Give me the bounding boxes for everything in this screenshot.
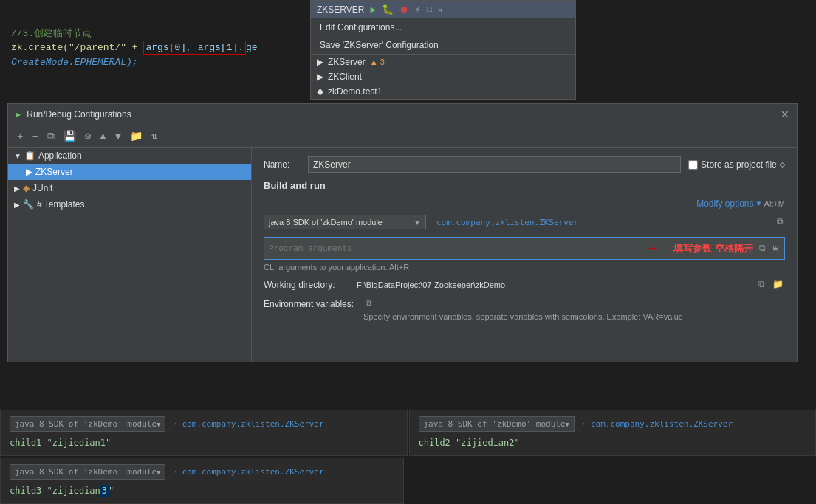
left-tree-panel: ▼ 📋 Application ▶ ZKServer ▶ ◆ JUnit ▶ 🔧… bbox=[8, 148, 252, 362]
sort-button[interactable]: ⇅ bbox=[148, 128, 160, 144]
dialog-toolbar: + − ⧉ 💾 ⚙ ▲ ▼ 📁 ⇅ bbox=[8, 125, 797, 148]
name-input[interactable] bbox=[308, 156, 681, 173]
bottom-chevron-icon-3: ▼ bbox=[157, 469, 160, 476]
add-config-button[interactable]: + bbox=[14, 129, 26, 144]
save-configuration-item[interactable]: Save 'ZKServer' Configuration bbox=[311, 36, 575, 55]
bottom-panel-3: java 8 SDK of 'zkDemo' module ▼ → com.co… bbox=[0, 458, 404, 504]
save-config-button[interactable]: 💾 bbox=[61, 128, 79, 144]
zkdemo-test1-item[interactable]: ◆ zkDemo.test1 bbox=[311, 84, 575, 99]
junit-icon: ◆ bbox=[23, 183, 30, 193]
bottom-class-3: com.company.zklisten.ZKServer bbox=[182, 467, 324, 477]
bottom-arrow-icon-2: → bbox=[580, 420, 585, 428]
copy-env-button[interactable]: ⧉ bbox=[364, 297, 374, 311]
tree-item-junit[interactable]: ▶ ◆ JUnit bbox=[8, 180, 251, 196]
modify-options-shortcut: Alt+M bbox=[764, 199, 785, 208]
working-dir-label: Working directory: bbox=[264, 280, 352, 290]
name-row: Name: Store as project file ⚙ bbox=[264, 156, 785, 173]
expand-btn[interactable]: □ bbox=[427, 5, 432, 14]
profile-icon[interactable]: ⚡ bbox=[415, 4, 421, 15]
sdk-chevron-icon: ▼ bbox=[414, 218, 421, 227]
working-dir-row: Working directory: F:\BigDataProject\07-… bbox=[264, 277, 785, 291]
bottom-row-2: java 8 SDK of 'zkDemo' module ▼ → com.co… bbox=[0, 458, 816, 504]
application-icon: 📋 bbox=[24, 151, 35, 161]
close-icon[interactable]: ✕ bbox=[781, 108, 789, 120]
run-debug-dropdown: ZKSERVER ▶ 🐛 ⏺ ⚡ □ ✕ Edit Configurations… bbox=[310, 0, 576, 100]
debug-icon[interactable]: 🐛 bbox=[382, 4, 394, 15]
bottom-class-2: com.company.zklisten.ZKServer bbox=[591, 419, 733, 429]
server-name-label: ZKSERVER bbox=[317, 4, 364, 15]
play-icon[interactable]: ▶ bbox=[370, 4, 376, 15]
app-icon: ▶ bbox=[317, 57, 323, 67]
junit-arrow-icon: ▶ bbox=[14, 184, 20, 193]
class-value: com.company.zklisten.ZKServer bbox=[432, 215, 769, 229]
application-label: Application bbox=[38, 151, 82, 161]
top-section: //3.创建临时节点 zk.create("/parent/" + args[0… bbox=[0, 0, 816, 96]
env-hint: Specify environment variables, separate … bbox=[264, 312, 785, 321]
dialog-title: Run/Debug Configurations bbox=[27, 109, 775, 120]
program-args-input[interactable] bbox=[269, 244, 644, 253]
dialog-titlebar: ▶ Run/Debug Configurations ✕ bbox=[8, 104, 797, 125]
code-args-highlight: args[0], args[1]. bbox=[143, 41, 246, 55]
copy-config-button[interactable]: ⧉ bbox=[44, 129, 58, 144]
program-args-row[interactable]: → → 填写参数 空格隔开 ⧉ ⊞ bbox=[264, 237, 785, 260]
zkserver-label: ZKServer bbox=[35, 167, 73, 177]
sdk-dropdown[interactable]: java 8 SDK of 'zkDemo' module ▼ bbox=[264, 215, 426, 229]
move-down-button[interactable]: ▼ bbox=[112, 129, 124, 144]
dropdown-header: ZKSERVER ▶ 🐛 ⏺ ⚡ □ ✕ bbox=[311, 1, 575, 18]
zkclient-item[interactable]: ▶ ZKClient bbox=[311, 69, 575, 84]
folder-button[interactable]: 📁 bbox=[127, 128, 145, 144]
remove-config-button[interactable]: − bbox=[29, 129, 41, 144]
arrow-icon: → bbox=[648, 240, 657, 257]
gear-icon[interactable]: ⚙ bbox=[780, 159, 785, 170]
build-run-title: Build and run bbox=[264, 180, 785, 191]
bottom-sdk-label-3: java 8 SDK of 'zkDemo' module bbox=[15, 467, 157, 477]
browse-dir-button[interactable]: 📁 bbox=[771, 277, 785, 291]
code-suffix: ge bbox=[246, 42, 258, 53]
templates-arrow-icon: ▶ bbox=[14, 201, 20, 209]
tree-item-application[interactable]: ▼ 📋 Application bbox=[8, 148, 251, 164]
env-label: Environment variables: bbox=[264, 299, 360, 309]
name-label: Name: bbox=[264, 159, 301, 170]
bottom-sdk-dropdown-2[interactable]: java 8 SDK of 'zkDemo' module ▼ bbox=[419, 416, 575, 432]
bottom-arrow-icon-1: → bbox=[171, 420, 176, 428]
zkserver-icon: ▶ bbox=[26, 167, 32, 177]
dialog-body: ▼ 📋 Application ▶ ZKServer ▶ ◆ JUnit ▶ 🔧… bbox=[8, 148, 797, 362]
settings-button[interactable]: ⚙ bbox=[82, 128, 94, 144]
bottom-panel-1: java 8 SDK of 'zkDemo' module ▼ → com.co… bbox=[0, 410, 408, 456]
bottom-args-3: child3 "zijiedian3" bbox=[10, 484, 394, 497]
close-btn[interactable]: ✕ bbox=[438, 5, 443, 15]
expand-arrow-icon: ▼ bbox=[14, 152, 21, 160]
record-icon[interactable]: ⏺ bbox=[400, 4, 409, 15]
bottom-sdk-dropdown-3[interactable]: java 8 SDK of 'zkDemo' module ▼ bbox=[10, 464, 165, 480]
edit-configurations-item[interactable]: Edit Configurations... bbox=[311, 18, 575, 36]
modify-options-row: Modify options ▼ Alt+M bbox=[264, 199, 785, 209]
bottom-class-1: com.company.zklisten.ZKServer bbox=[182, 419, 324, 429]
expand-args-button[interactable]: ⊞ bbox=[772, 241, 780, 255]
bottom-sdk-label-1: java 8 SDK of 'zkDemo' module bbox=[15, 419, 157, 429]
sdk-row: java 8 SDK of 'zkDemo' module ▼ com.comp… bbox=[264, 215, 785, 229]
bottom-empty-space bbox=[405, 458, 816, 504]
copy-dir-button[interactable]: ⧉ bbox=[757, 278, 767, 291]
zkserver-item[interactable]: ▶ ZKServer ▲ 3 bbox=[311, 55, 575, 69]
move-up-button[interactable]: ▲ bbox=[97, 129, 109, 144]
args-annotation: → 填写参数 空格隔开 bbox=[662, 242, 753, 255]
bottom-arrow-icon-3: → bbox=[171, 468, 176, 476]
bottom-chevron-icon-1: ▼ bbox=[157, 421, 160, 428]
bottom-sdk-row-1: java 8 SDK of 'zkDemo' module ▼ → com.co… bbox=[10, 416, 398, 432]
bottom-sdk-row-3: java 8 SDK of 'zkDemo' module ▼ → com.co… bbox=[10, 464, 394, 480]
warning-badge: ▲ 3 bbox=[370, 58, 385, 66]
store-project-checkbox[interactable] bbox=[688, 160, 698, 170]
bottom-sdk-label-2: java 8 SDK of 'zkDemo' module bbox=[424, 419, 566, 429]
code-method: zk.create("/parent/" + bbox=[11, 42, 143, 53]
wrench-icon: 🔧 bbox=[23, 199, 34, 210]
bottom-section: java 8 SDK of 'zkDemo' module ▼ → com.co… bbox=[0, 410, 816, 504]
bottom-args-1: child1 "zijiedian1" bbox=[10, 436, 398, 449]
copy-class-button[interactable]: ⧉ bbox=[775, 215, 785, 229]
bottom-sdk-dropdown-1[interactable]: java 8 SDK of 'zkDemo' module ▼ bbox=[10, 416, 165, 432]
copy-args-button[interactable]: ⧉ bbox=[758, 242, 767, 255]
modify-options-link[interactable]: Modify options bbox=[696, 199, 753, 209]
bottom-sdk-row-2: java 8 SDK of 'zkDemo' module ▼ → com.co… bbox=[419, 416, 807, 432]
tree-item-zkserver[interactable]: ▶ ZKServer bbox=[8, 164, 251, 180]
code-comment: //3.创建临时节点 bbox=[11, 27, 295, 41]
tree-item-templates[interactable]: ▶ 🔧 # Templates bbox=[8, 196, 251, 213]
